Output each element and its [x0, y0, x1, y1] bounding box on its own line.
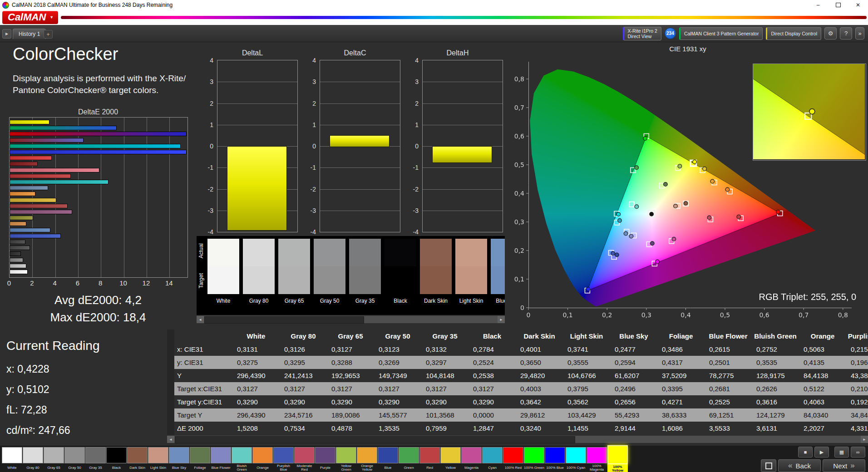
patch-button[interactable]: 100% Red	[503, 447, 523, 472]
pattern-window-button[interactable]: ▦	[834, 447, 849, 457]
table-cell: 192,9653	[327, 369, 374, 382]
patch-button[interactable]: 100% Yellow	[607, 447, 628, 472]
pattern-icon: ▦	[839, 449, 844, 455]
help-button[interactable]: ?	[840, 27, 852, 39]
delta-bar	[227, 146, 287, 231]
add-tab-button[interactable]: +	[44, 30, 53, 39]
maximize-icon	[836, 3, 841, 7]
patch-button[interactable]: Orange	[252, 447, 273, 472]
table-cell: 103,4429	[563, 408, 610, 422]
patch-button[interactable]: Green	[399, 447, 419, 472]
gridline	[320, 167, 400, 168]
maximize-button[interactable]	[828, 0, 848, 10]
patch-button[interactable]: 100% Blue	[545, 447, 565, 472]
patch-button[interactable]: Bluish Green	[232, 447, 252, 472]
patch-button[interactable]: Gray 50	[64, 447, 85, 472]
loop-button[interactable]: ∞	[851, 447, 865, 457]
layout-nav-button[interactable]: ▶	[2, 29, 11, 39]
scrollbar-thumb[interactable]	[204, 316, 364, 324]
patch-button[interactable]: Gray 65	[44, 447, 64, 472]
minimize-button[interactable]: –	[808, 0, 828, 10]
settings-button[interactable]: ⚙	[824, 27, 837, 39]
scroll-left-icon[interactable]: ◄	[167, 436, 174, 443]
patch-button[interactable]: Light Skin	[148, 447, 168, 472]
stop-button[interactable]: ■	[798, 447, 813, 457]
patch-button[interactable]: 100% Green	[524, 447, 544, 472]
actual-row-label: Actual	[198, 243, 204, 258]
table-cell: 0,2477	[610, 343, 657, 356]
patch-button[interactable]: Orange Yellow	[357, 447, 377, 472]
patch-button[interactable]: Black	[106, 447, 127, 472]
patch-button[interactable]: Foliage	[190, 447, 210, 472]
delta-bar	[330, 135, 390, 147]
scroll-right-icon[interactable]: ►	[861, 436, 868, 443]
patch-button[interactable]: Moderate Red	[294, 447, 315, 472]
patch-button[interactable]: Yellow	[440, 447, 461, 472]
swatch-strip: Actual Target WhiteGray 80Gray 65Gray 50…	[197, 236, 505, 315]
calman-menu-button[interactable]: CalMAN ▼	[2, 11, 58, 24]
swatch-target-color	[420, 266, 452, 294]
deltac-title: DeltaC	[307, 49, 403, 60]
scroll-left-icon[interactable]: ◄	[197, 316, 204, 323]
tab-history-1[interactable]: History 1	[13, 29, 46, 39]
play-button[interactable]: ▶	[814, 447, 829, 457]
expand-panel-button[interactable]: »	[855, 27, 864, 39]
deltae-chart-title: DeltaE 2000	[9, 108, 187, 116]
window-controls: – ✕	[808, 0, 868, 10]
axis-tick-label: -1	[413, 164, 419, 171]
patch-button[interactable]: Dark Skin	[127, 447, 148, 472]
axis-tick-label: 8	[99, 279, 102, 287]
swatch-target-color	[491, 266, 505, 294]
table-cell: 0,1920	[846, 395, 868, 408]
patch-button[interactable]: Purple	[315, 447, 335, 472]
patch-button[interactable]: Gray 80	[23, 447, 43, 472]
pattern-display-button[interactable]	[761, 459, 776, 472]
pattern-generator-button[interactable]: CalMAN Client 3 Pattern Generator	[679, 27, 763, 40]
patch-button[interactable]: Blue Sky	[169, 447, 189, 472]
scroll-right-icon[interactable]: ►	[498, 316, 505, 323]
patch-button[interactable]: Blue Flower	[211, 447, 231, 472]
table-cell: 1,6086	[657, 422, 705, 435]
next-button[interactable]: Next »	[823, 459, 865, 472]
cie-zoom-inset	[753, 64, 866, 161]
meter-button[interactable]: X-Rite i1Pro 2 Direct View	[623, 27, 661, 40]
patch-button[interactable]: Purplish Blue	[273, 447, 294, 472]
axis-tick-label: 0	[210, 143, 213, 150]
device-cluster: X-Rite i1Pro 2 Direct View 234 CalMAN Cl…	[623, 27, 864, 40]
axis-tick-label: 14	[165, 279, 173, 287]
patch-label: Moderate Red	[294, 463, 315, 472]
table-cell: 2,2027	[799, 422, 846, 435]
table-cell: 0,4135	[799, 356, 846, 369]
table-cell: 84,4138	[799, 369, 846, 382]
patch-button[interactable]: Cyan	[482, 447, 503, 472]
patch-button[interactable]: Red	[419, 447, 440, 472]
patch-button[interactable]: Yellow Green	[336, 447, 356, 472]
table-cell: 0,2681	[705, 382, 752, 395]
table-cell: 0,2153	[846, 343, 868, 356]
de-bar	[10, 186, 48, 190]
table-corner	[174, 329, 232, 343]
patch-button[interactable]: Blue	[378, 447, 398, 472]
patch-button[interactable]: White	[2, 447, 22, 472]
patch-color-swatch	[127, 447, 148, 463]
table-cell: 0,3288	[327, 356, 374, 369]
table-cell: 0,3297	[421, 356, 469, 369]
patch-button[interactable]: Magenta	[461, 447, 482, 472]
axis-tick-label: 2	[312, 100, 316, 107]
table-cell: 0,3126	[280, 343, 327, 356]
de-bar	[10, 246, 30, 250]
back-button[interactable]: « Back	[778, 459, 821, 472]
swatch-label: Black	[385, 298, 416, 304]
close-button[interactable]: ✕	[848, 0, 868, 10]
scrollbar-thumb[interactable]	[175, 436, 575, 443]
patch-button[interactable]: 100% Magenta	[587, 447, 607, 472]
patch-color-swatch	[64, 447, 85, 463]
swatch-strip-scrollbar[interactable]: ◄ ►	[197, 316, 505, 323]
table-cell: 2,9144	[610, 422, 657, 435]
table-scrollbar[interactable]: ◄ ►	[167, 436, 868, 443]
patch-button[interactable]: Gray 35	[85, 447, 106, 472]
display-control-button[interactable]: Direct Display Control	[766, 27, 821, 40]
patch-button[interactable]: 100% Cyan	[566, 447, 586, 472]
table-cell: 61,6207	[610, 369, 657, 382]
table-cell: 0,3127	[327, 343, 374, 356]
